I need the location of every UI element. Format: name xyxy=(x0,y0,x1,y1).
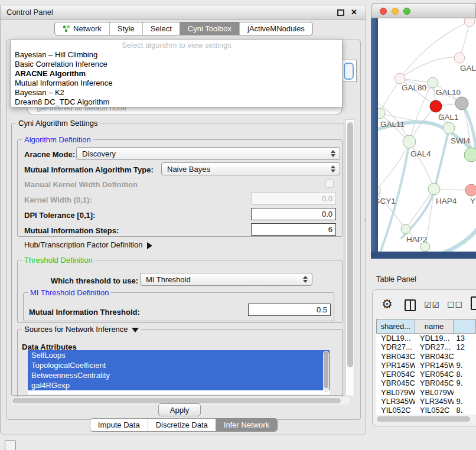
mac-minimize-button[interactable] xyxy=(392,8,399,15)
network-node-hap4[interactable] xyxy=(428,183,440,195)
dpi-tolerance-label: DPI Tolerance [0,1]: xyxy=(24,211,95,220)
table-row[interactable]: YER054CYER054C8. xyxy=(376,370,476,379)
network-node-swi4[interactable] xyxy=(464,148,476,162)
algorithm-option[interactable]: Dream8 DC_TDC Algorithm xyxy=(11,97,342,107)
apply-button[interactable]: Apply xyxy=(158,403,201,416)
network-edge[interactable] xyxy=(406,189,434,229)
network-canvas[interactable]: GALGAL80GAL10GAL1GAL11SWI4GAL4GCY1HAP4YH… xyxy=(378,18,476,252)
network-node-y[interactable] xyxy=(465,184,476,196)
network-node-gal10[interactable] xyxy=(428,77,438,88)
mac-close-button[interactable] xyxy=(380,8,387,15)
table-cell: YDR27... xyxy=(376,343,415,351)
tab-label: Infer Network xyxy=(224,419,269,431)
network-node-label: GCY1 xyxy=(378,197,396,206)
aracne-mode-combo[interactable]: Discovery xyxy=(76,147,340,160)
tab-style[interactable]: Style xyxy=(109,22,142,35)
panel-splitter-handle[interactable]: ‹ xyxy=(364,217,366,223)
table-cell: YIL052C xyxy=(376,406,415,415)
attribute-item[interactable]: BetweennessCentrality xyxy=(28,370,330,380)
tab-cyni-toolbox[interactable]: Cyni Toolbox xyxy=(180,22,239,35)
algorithm-option[interactable]: Bayesian – K2 xyxy=(11,88,342,97)
close-panel-icon[interactable]: ✕ xyxy=(351,8,357,17)
algorithm-option[interactable]: Basic Correlation Inference xyxy=(11,60,342,69)
which-threshold-combo[interactable]: MI Threshold xyxy=(140,273,312,286)
mi-threshold-field[interactable] xyxy=(248,304,331,316)
table-row[interactable]: YBR043CYBR043C xyxy=(376,352,476,361)
network-window-titlebar[interactable] xyxy=(371,3,476,18)
network-edge[interactable] xyxy=(400,57,459,79)
tab-impute-data[interactable]: Impute Data xyxy=(90,419,148,431)
network-node-gal[interactable] xyxy=(454,53,465,63)
tab-select[interactable]: Select xyxy=(142,22,180,35)
network-node[interactable] xyxy=(420,242,430,252)
table-row[interactable]: YBL079WYBL079W xyxy=(376,388,476,397)
tab-discretize-data[interactable]: Discretize Data xyxy=(148,419,216,431)
table-row[interactable]: YBR045CYBR045C9. xyxy=(376,379,476,387)
algorithm-option[interactable]: ARACNE Algorithm xyxy=(11,69,342,79)
network-node-gal4[interactable] xyxy=(403,135,416,148)
network-node-gal80[interactable] xyxy=(395,73,405,84)
table-row[interactable]: YDL19...YDL19...13 xyxy=(376,334,476,343)
collapsed-arrow-icon[interactable] xyxy=(147,242,152,249)
tab-network[interactable]: Network xyxy=(55,22,109,35)
checked-pair-icon[interactable]: ☑☑ xyxy=(424,300,440,309)
hub-section-toggle[interactable]: Hub/Transcription Factor Definition xyxy=(24,240,152,249)
float-window-icon[interactable] xyxy=(337,9,344,16)
attribute-item[interactable]: gal4RGexp xyxy=(28,380,330,390)
tab-jactivemnodules[interactable]: jActiveMNodules xyxy=(239,22,312,35)
tab-label: Impute Data xyxy=(98,419,140,431)
focused-spinner-button[interactable] xyxy=(344,63,354,80)
table-cell: YDL19... xyxy=(415,334,454,343)
sources-title[interactable]: Sources for Network Inference xyxy=(22,325,141,334)
attribute-item[interactable]: TopologicalCoefficient xyxy=(28,360,330,370)
dpi-tolerance-field[interactable] xyxy=(251,208,336,220)
mi-steps-field[interactable] xyxy=(251,223,336,236)
unchecked-pair-icon[interactable]: ☐☐ xyxy=(447,300,463,309)
attribute-item[interactable]: SelfLoops xyxy=(28,350,330,360)
mi-algorithm-type-combo[interactable]: Naive Bayes xyxy=(161,162,340,175)
data-attributes-list[interactable]: SelfLoopsTopologicalCoefficientBetweenne… xyxy=(28,350,330,394)
control-panel-titlebar[interactable]: Control Panel ✕ xyxy=(1,5,366,19)
network-edge[interactable] xyxy=(459,21,470,58)
control-panel-window: Control Panel ✕ NetworkStyleSelectCyni T… xyxy=(0,5,366,435)
table-column-header[interactable]: name xyxy=(415,319,454,334)
gear-icon[interactable]: ⚙ xyxy=(382,298,393,310)
table-row[interactable]: YDR27...YDR27...12 xyxy=(376,343,476,351)
column-layout-icon[interactable] xyxy=(405,299,416,311)
table-body: YDL19...YDL19...13YDR27...YDR27...12YBR0… xyxy=(376,334,476,415)
table-column-header[interactable] xyxy=(454,319,476,334)
network-node[interactable] xyxy=(455,97,468,110)
attributes-scrollbar[interactable] xyxy=(323,351,329,393)
minimized-panel-button[interactable] xyxy=(5,440,16,450)
network-node-label: GAL80 xyxy=(402,83,426,92)
table-cell: YPR145W xyxy=(376,361,415,370)
table-row[interactable]: YLR345WYLR345W9. xyxy=(376,397,476,406)
network-node-gcy1[interactable] xyxy=(378,185,380,196)
network-node-gal1[interactable] xyxy=(430,100,442,112)
algorithm-option[interactable]: Mutual Information Inference xyxy=(11,79,342,88)
settings-vertical-scrollbar[interactable] xyxy=(345,119,354,396)
network-node-label: HAP4 xyxy=(436,197,457,206)
network-edge[interactable] xyxy=(380,79,400,113)
algorithm-option[interactable]: Bayesian – Hill Climbing xyxy=(11,50,342,60)
kernel-width-field[interactable] xyxy=(251,193,336,205)
network-edge[interactable] xyxy=(400,21,470,79)
network-node[interactable] xyxy=(464,18,475,27)
table-cell: YBR043C xyxy=(376,352,415,361)
table-horizontal-scrollbar[interactable] xyxy=(376,415,475,422)
expanded-arrow-icon[interactable] xyxy=(132,328,139,332)
tab-label: Style xyxy=(118,22,135,35)
document-icon[interactable] xyxy=(471,296,476,310)
table-row[interactable]: YIL052CYIL052C8. xyxy=(376,406,476,415)
network-edge-highlighted[interactable] xyxy=(437,227,476,252)
network-edge[interactable] xyxy=(409,142,434,189)
table-cell: YBR045C xyxy=(415,379,454,387)
tab-infer-network[interactable]: Infer Network xyxy=(216,419,277,431)
manual-kernel-checkbox[interactable] xyxy=(325,180,334,188)
network-node-hap2[interactable] xyxy=(401,224,410,234)
table-cell: YDL19... xyxy=(376,334,415,343)
network-node[interactable] xyxy=(443,122,455,134)
mac-zoom-button[interactable] xyxy=(403,8,410,15)
table-row[interactable]: YPR145WYPR145W9. xyxy=(376,361,476,370)
table-column-header[interactable]: shared... xyxy=(376,319,415,334)
